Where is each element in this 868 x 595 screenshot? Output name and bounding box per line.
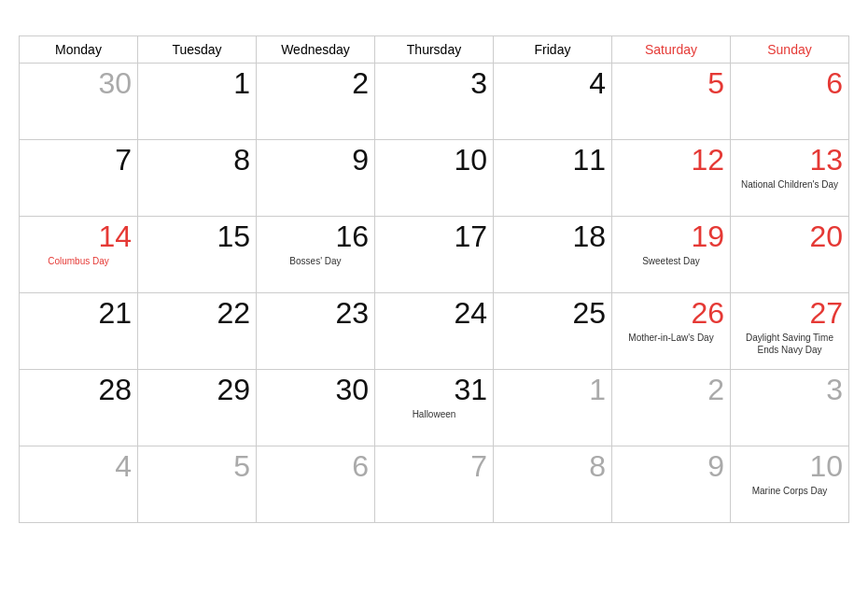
day-header-thursday: Thursday <box>375 36 494 64</box>
calendar-cell: 12 <box>612 140 731 217</box>
calendar-cell: 3 <box>731 370 849 446</box>
calendar-cell: 16Bosses' Day <box>257 217 375 293</box>
day-event: Halloween <box>381 408 487 420</box>
day-header-tuesday: Tuesday <box>138 36 257 64</box>
calendar-cell: 5 <box>138 446 257 523</box>
day-header-friday: Friday <box>494 36 612 64</box>
day-number: 8 <box>144 144 250 177</box>
calendar-row: 45678910Marine Corps Day <box>20 446 849 523</box>
day-header-sunday: Sunday <box>731 36 849 64</box>
day-number: 1 <box>144 67 250 100</box>
calendar-row: 78910111213National Children's Day <box>20 140 849 217</box>
day-number: 14 <box>25 220 132 253</box>
day-number: 31 <box>381 374 487 406</box>
day-number: 28 <box>25 374 132 406</box>
day-number: 24 <box>381 297 487 330</box>
day-number: 25 <box>499 297 606 330</box>
day-header-wednesday: Wednesday <box>257 36 375 64</box>
day-number: 27 <box>736 297 843 330</box>
day-number: 15 <box>144 220 250 253</box>
calendar-cell: 19Sweetest Day <box>612 217 731 293</box>
calendar-cell: 14Columbus Day <box>20 217 138 293</box>
day-number: 19 <box>618 220 724 253</box>
calendar-cell: 9 <box>257 140 375 217</box>
calendar-title <box>19 9 849 35</box>
day-event: Marine Corps Day <box>736 485 843 497</box>
calendar-cell: 1 <box>494 370 612 446</box>
calendar-row: 212223242526Mother-in-Law's Day27Dayligh… <box>20 293 849 370</box>
calendar-cell: 4 <box>494 64 612 140</box>
day-number: 10 <box>736 450 843 483</box>
calendar-cell: 24 <box>375 293 494 370</box>
calendar-cell: 6 <box>731 64 849 140</box>
calendar-cell: 15 <box>138 217 257 293</box>
day-event: National Children's Day <box>736 178 843 191</box>
calendar-cell: 4 <box>20 446 138 523</box>
day-number: 9 <box>262 144 369 177</box>
day-number: 21 <box>25 297 132 330</box>
calendar-cell: 6 <box>257 446 375 523</box>
day-number: 1 <box>499 374 606 406</box>
calendar-cell: 10 <box>375 140 494 217</box>
calendar-cell: 9 <box>612 446 731 523</box>
calendar-cell: 17 <box>375 217 494 293</box>
calendar-cell: 1 <box>138 64 257 140</box>
calendar-cell: 5 <box>612 64 731 140</box>
day-number: 30 <box>262 374 369 406</box>
calendar-row: 14Columbus Day1516Bosses' Day171819Sweet… <box>20 217 849 293</box>
day-number: 9 <box>618 450 724 483</box>
day-number: 6 <box>736 67 843 100</box>
day-event: Daylight Saving Time Ends Navy Day <box>736 332 843 356</box>
calendar-cell: 23 <box>257 293 375 370</box>
day-number: 4 <box>499 67 606 100</box>
calendar-cell: 26Mother-in-Law's Day <box>612 293 731 370</box>
day-number: 17 <box>381 220 487 253</box>
day-number: 23 <box>262 297 369 330</box>
day-number: 2 <box>262 67 369 100</box>
day-event: Sweetest Day <box>618 255 724 267</box>
calendar-cell: 2 <box>612 370 731 446</box>
day-header-saturday: Saturday <box>612 36 731 64</box>
calendar-cell: 25 <box>494 293 612 370</box>
calendar-cell: 31Halloween <box>375 370 494 446</box>
day-number: 5 <box>618 67 724 100</box>
calendar-cell: 13National Children's Day <box>731 140 849 217</box>
day-number: 10 <box>381 144 487 177</box>
day-number: 5 <box>144 450 250 483</box>
calendar-cell: 22 <box>138 293 257 370</box>
day-number: 3 <box>736 374 843 406</box>
calendar-grid: MondayTuesdayWednesdayThursdayFridaySatu… <box>19 35 849 523</box>
day-number: 4 <box>25 450 132 483</box>
day-number: 7 <box>381 450 487 483</box>
calendar-cell: 28 <box>20 370 138 446</box>
calendar-cell: 29 <box>138 370 257 446</box>
day-number: 16 <box>262 220 369 253</box>
calendar-row: 28293031Halloween123 <box>20 370 849 446</box>
day-header-monday: Monday <box>20 36 138 64</box>
calendar-cell: 3 <box>375 64 494 140</box>
day-number: 3 <box>381 67 487 100</box>
day-number: 2 <box>618 374 724 406</box>
calendar-cell: 21 <box>20 293 138 370</box>
calendar-cell: 10Marine Corps Day <box>731 446 849 523</box>
calendar-cell: 30 <box>20 64 138 140</box>
calendar-cell: 20 <box>731 217 849 293</box>
day-number: 6 <box>262 450 369 483</box>
calendar-cell: 2 <box>257 64 375 140</box>
day-number: 20 <box>736 220 843 253</box>
calendar-cell: 27Daylight Saving Time Ends Navy Day <box>731 293 849 370</box>
day-event: Mother-in-Law's Day <box>618 332 724 344</box>
calendar-cell: 18 <box>494 217 612 293</box>
day-number: 29 <box>144 374 250 406</box>
calendar-cell: 7 <box>375 446 494 523</box>
calendar-row: 30123456 <box>20 64 849 140</box>
day-number: 26 <box>618 297 724 330</box>
day-event: Columbus Day <box>25 255 132 267</box>
calendar-cell: 8 <box>138 140 257 217</box>
day-number: 8 <box>499 450 606 483</box>
day-number: 7 <box>25 144 132 177</box>
calendar-cell: 7 <box>20 140 138 217</box>
day-event: Bosses' Day <box>262 255 369 267</box>
day-number: 11 <box>499 144 606 177</box>
calendar-container: MondayTuesdayWednesdayThursdayFridaySatu… <box>0 0 868 532</box>
